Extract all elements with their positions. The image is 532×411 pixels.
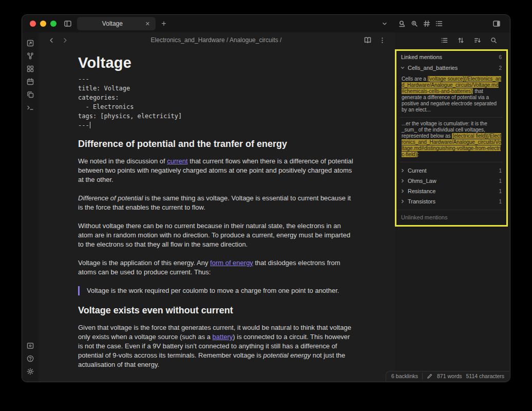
frontmatter-line: tags: [physics, electricity] [78,111,355,121]
right-sidebar-toggle-icon[interactable] [490,17,503,30]
find-replace-icon[interactable] [408,17,421,30]
unlinked-mentions-header[interactable]: Unlinked mentions [396,210,506,225]
backlink-group-count: 1 [499,189,502,194]
chevron-right-icon [400,199,405,204]
backlink-result[interactable]: Cells are a [voltage source](/Electronic… [400,73,503,118]
quick-switcher-icon[interactable] [24,39,36,47]
internal-link-battery[interactable]: battery [213,333,233,341]
help-icon[interactable] [24,354,36,363]
paragraph: Given that voltage is the force that gen… [78,323,355,369]
status-divider [422,373,423,379]
find-icon[interactable] [396,17,408,30]
blockquote: Voltage is the work required per coulomb… [78,286,355,295]
graph-view-icon[interactable] [24,51,36,60]
expand-collapse-icon[interactable] [455,35,466,46]
backlink-group-count: 2 [499,65,502,71]
backlink-group-label: Cells_and_batteries [408,65,458,71]
blockquote-text: Voltage is the work required per coulomb… [87,286,355,295]
ribbon [22,32,39,382]
breadcrumb[interactable]: Electronics_and_Hardware / Analogue_circ… [70,36,362,44]
backlinks-toolbar [395,32,510,48]
sort-order-icon[interactable] [472,35,482,46]
bullet-list-icon[interactable] [433,17,445,30]
tab-voltage[interactable]: Voltage ✕ [77,17,156,30]
linked-mentions-count: 6 [499,54,502,60]
vault-switcher-icon[interactable] [24,341,36,350]
paragraph: Difference of potential is the same thin… [78,194,355,212]
left-sidebar-toggle-icon[interactable] [62,17,74,30]
templates-copy-icon[interactable] [24,90,36,99]
backlink-group-transistors[interactable]: Transistors 1 [396,196,506,207]
internal-link-current[interactable]: current [167,157,187,165]
titlebar: Voltage ✕ + [22,15,510,32]
status-word-count: 871 words [437,373,462,379]
section-heading: Voltage exists even without current [78,306,355,315]
editor[interactable]: Voltage --- title: Voltage categories: -… [39,48,395,382]
pencil-icon [427,373,433,379]
status-bar: 6 backlinks 871 words 5114 characters [386,371,509,381]
titlebar-actions [378,15,510,32]
frontmatter-block[interactable]: --- title: Voltage categories: - Electro… [78,74,355,130]
backlink-group-count: 1 [499,199,502,204]
backlink-group-count: 1 [499,178,502,184]
linked-mentions-header[interactable]: Linked mentions 6 [396,51,506,63]
frontmatter-line: --- [78,121,355,130]
section-heading: Difference of potential and the tranfer … [78,139,355,148]
view-header: Electronics_and_Hardware / Analogue_circ… [39,32,395,48]
paragraph: Without voltage there can be no current … [78,221,355,249]
nav-back-icon[interactable] [46,34,57,46]
linked-mentions-label: Linked mentions [401,54,442,60]
frontmatter-line: --- [78,74,355,84]
hashtag-icon[interactable] [421,17,433,30]
backlink-group-cells-and-batteries[interactable]: Cells_and_batteries 2 [396,63,506,73]
app-window: Voltage ✕ + [22,14,510,382]
backlink-group-label: Transistors [408,198,435,204]
annotation-highlight: Linked mentions 6 Cells_and_batteries 2 … [395,49,508,227]
daily-note-calendar-icon[interactable] [24,77,36,86]
tab-close-icon[interactable]: ✕ [144,20,151,28]
text-caret [90,122,91,128]
backlinks-panel: Linked mentions 6 Cells_and_batteries 2 … [396,51,506,225]
tab-title: Voltage [81,20,144,27]
canvas-grid-icon[interactable] [24,64,36,73]
status-char-count: 5114 characters [466,373,504,379]
note-title: Voltage [78,58,355,67]
backlink-result[interactable]: ...er the voltage is cumulative: it is t… [400,118,503,162]
status-backlinks: 6 backlinks [391,373,418,379]
tab-list-chevron-icon[interactable] [378,17,391,30]
new-tab-button[interactable]: + [158,17,170,30]
right-sidebar: Linked mentions 6 Cells_and_batteries 2 … [395,32,510,382]
backlink-group-current[interactable]: Current 1 [396,165,506,176]
search-icon[interactable] [488,35,499,46]
close-window-button[interactable] [30,21,36,27]
reading-view-book-icon[interactable] [362,34,373,46]
backlink-group-count: 1 [499,168,502,174]
backlink-group-resistance[interactable]: Resistance 1 [396,186,506,196]
backlink-group-ohms-law[interactable]: Ohms_Law 1 [396,176,506,186]
settings-gear-icon[interactable] [24,367,36,376]
main-pane: Electronics_and_Hardware / Analogue_circ… [39,32,395,382]
frontmatter-line: - Electronics [78,102,355,111]
nav-forward-icon[interactable] [59,34,70,46]
traffic-lights [22,21,56,27]
frontmatter-line: title: Voltage [78,84,355,93]
internal-link-form-of-energy[interactable]: form of energy [210,259,253,267]
chevron-down-icon [400,65,405,70]
chevron-right-icon [400,189,405,194]
frontmatter-line: categories: [78,93,355,102]
minimize-window-button[interactable] [40,21,46,27]
backlink-list-icon[interactable] [439,35,449,46]
chevron-right-icon [400,168,405,173]
chevron-right-icon [400,178,405,183]
terminal-icon[interactable] [24,103,36,111]
paragraph: We noted in the discussion of current th… [78,157,355,184]
backlink-group-label: Resistance [408,188,435,194]
backlink-group-label: Current [408,167,427,174]
more-options-icon[interactable] [376,34,388,46]
zoom-window-button[interactable] [50,21,56,27]
paragraph: Voltage is the application of this energ… [78,258,355,277]
backlink-group-label: Ohms_Law [408,178,436,184]
